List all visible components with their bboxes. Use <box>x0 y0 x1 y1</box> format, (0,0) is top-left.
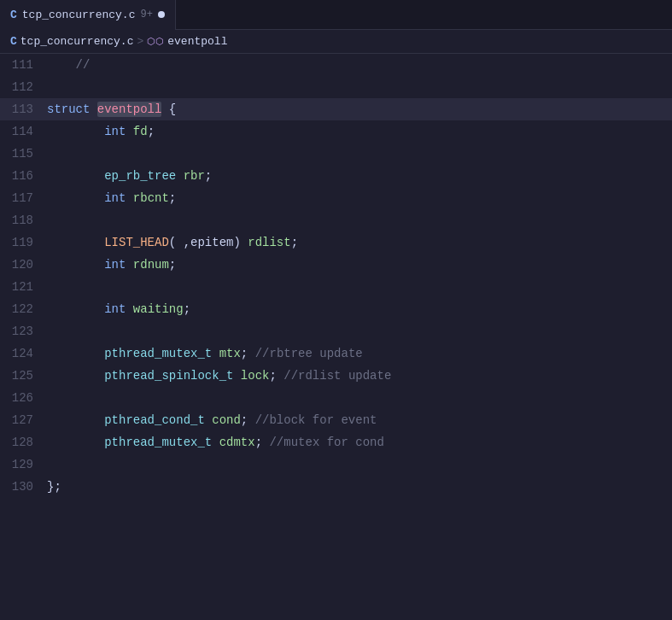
line-number: 121 <box>0 276 47 298</box>
line-content: pthread_cond_t cond; //block for event <box>47 409 377 431</box>
code-line: 126 <box>0 387 672 409</box>
line-number: 126 <box>0 387 47 409</box>
code-line: 130}; <box>0 476 672 498</box>
line-number: 123 <box>0 320 47 342</box>
line-content: pthread_mutex_t mtx; //rbtree update <box>47 342 363 365</box>
line-content: ep_rb_tree rbr; <box>47 165 212 187</box>
code-line: 120 int rdnum; <box>0 254 672 276</box>
code-line: 122 int waiting; <box>0 298 672 320</box>
line-content: int rbcnt; <box>47 187 176 209</box>
line-content: int fd; <box>47 120 155 143</box>
code-line: 119 LIST_HEAD( ,epitem) rdlist; <box>0 231 672 254</box>
line-number: 125 <box>0 365 47 387</box>
line-number: 130 <box>0 476 47 498</box>
line-number: 111 <box>0 54 47 76</box>
code-editor: 111 //112113struct eventpoll {114 int fd… <box>0 54 672 620</box>
code-line: 115 <box>0 143 672 165</box>
code-line: 112 <box>0 76 672 98</box>
code-line: 125 pthread_spinlock_t lock; //rdlist up… <box>0 365 672 387</box>
code-line: 113struct eventpoll { <box>0 98 672 120</box>
tab-badge: 9+ <box>140 9 152 20</box>
line-number: 115 <box>0 143 47 165</box>
breadcrumb-lang-icon: C <box>10 35 17 48</box>
breadcrumb-file[interactable]: tcp_concurrency.c <box>20 35 134 48</box>
line-number: 128 <box>0 431 47 453</box>
breadcrumb-bar: C tcp_concurrency.c > ⬡⬡ eventpoll <box>0 30 672 54</box>
line-content: // <box>47 54 90 76</box>
breadcrumb-struct-icon: ⬡⬡ <box>147 36 164 47</box>
code-line: 114 int fd; <box>0 120 672 143</box>
code-line: 116 ep_rb_tree rbr; <box>0 165 672 187</box>
line-number: 112 <box>0 76 47 98</box>
code-line: 127 pthread_cond_t cond; //block for eve… <box>0 409 672 431</box>
line-number: 114 <box>0 120 47 143</box>
file-tab[interactable]: C tcp_concurrency.c 9+ <box>0 0 176 30</box>
line-number: 113 <box>0 98 47 120</box>
code-line: 129 <box>0 453 672 476</box>
line-number: 118 <box>0 209 47 231</box>
line-number: 127 <box>0 409 47 431</box>
code-line: 117 int rbcnt; <box>0 187 672 209</box>
modified-indicator <box>158 11 165 18</box>
code-line: 128 pthread_mutex_t cdmtx; //mutex for c… <box>0 431 672 453</box>
line-number: 120 <box>0 254 47 276</box>
code-line: 118 <box>0 209 672 231</box>
line-content: }; <box>47 476 61 498</box>
code-line: 124 pthread_mutex_t mtx; //rbtree update <box>0 342 672 365</box>
code-line: 121 <box>0 276 672 298</box>
tab-filename: tcp_concurrency.c <box>22 9 136 21</box>
code-line: 111 // <box>0 54 672 76</box>
line-content: pthread_mutex_t cdmtx; //mutex for cond <box>47 431 384 453</box>
line-number: 119 <box>0 231 47 254</box>
line-content: int waiting; <box>47 298 190 320</box>
line-content: pthread_spinlock_t lock; //rdlist update <box>47 365 391 387</box>
line-number: 117 <box>0 187 47 209</box>
line-number: 116 <box>0 165 47 187</box>
c-language-icon: C <box>10 9 17 21</box>
line-number: 129 <box>0 453 47 476</box>
line-number: 124 <box>0 342 47 365</box>
line-content: int rdnum; <box>47 254 176 276</box>
tab-bar: C tcp_concurrency.c 9+ <box>0 0 672 30</box>
line-number: 122 <box>0 298 47 320</box>
breadcrumb-separator: > <box>137 35 143 48</box>
line-content: struct eventpoll { <box>47 98 176 120</box>
line-content: LIST_HEAD( ,epitem) rdlist; <box>47 231 298 254</box>
code-line: 123 <box>0 320 672 342</box>
breadcrumb-struct-name[interactable]: eventpoll <box>167 35 227 48</box>
